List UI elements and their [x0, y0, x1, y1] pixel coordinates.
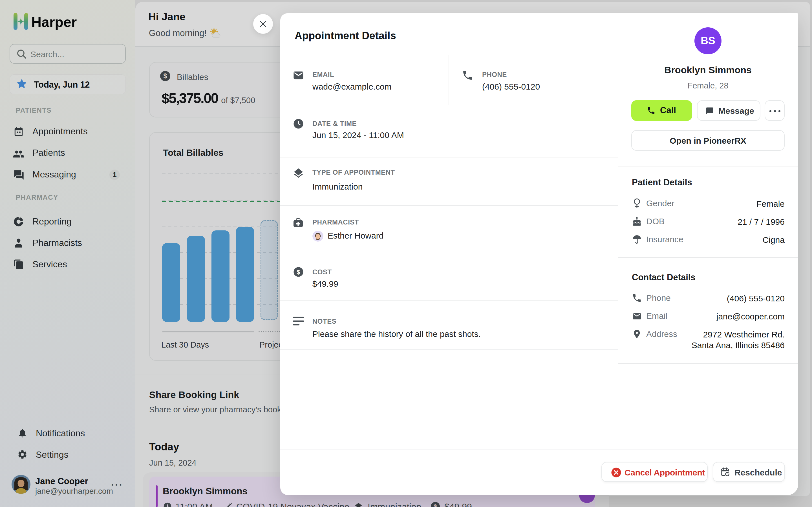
svg-text:$: $ [297, 269, 300, 276]
